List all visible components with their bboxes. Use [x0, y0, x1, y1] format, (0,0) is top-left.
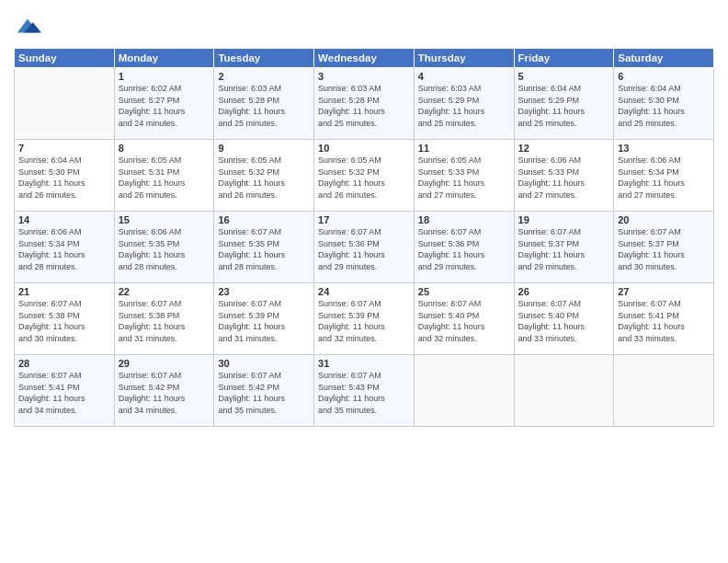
day-number: 18: [418, 214, 510, 225]
day-info: Sunrise: 6:07 AM Sunset: 5:41 PM Dayligh…: [618, 298, 710, 344]
calendar-body: 1Sunrise: 6:02 AM Sunset: 5:27 PM Daylig…: [15, 68, 714, 427]
calendar-cell: 3Sunrise: 6:03 AM Sunset: 5:28 PM Daylig…: [314, 68, 415, 140]
header-day: Saturday: [614, 49, 714, 68]
day-info: Sunrise: 6:04 AM Sunset: 5:29 PM Dayligh…: [518, 83, 610, 129]
day-number: 14: [18, 214, 110, 225]
calendar-cell: 15Sunrise: 6:06 AM Sunset: 5:35 PM Dayli…: [114, 212, 214, 283]
calendar-week: 7Sunrise: 6:04 AM Sunset: 5:30 PM Daylig…: [15, 140, 714, 212]
day-info: Sunrise: 6:07 AM Sunset: 5:41 PM Dayligh…: [18, 370, 110, 416]
calendar-cell: 9Sunrise: 6:05 AM Sunset: 5:32 PM Daylig…: [214, 140, 314, 212]
day-info: Sunrise: 6:07 AM Sunset: 5:37 PM Dayligh…: [618, 226, 710, 272]
calendar-header: SundayMondayTuesdayWednesdayThursdayFrid…: [15, 49, 714, 68]
day-number: 17: [318, 214, 410, 225]
day-info: Sunrise: 6:05 AM Sunset: 5:32 PM Dayligh…: [318, 155, 410, 201]
calendar-cell: 27Sunrise: 6:07 AM Sunset: 5:41 PM Dayli…: [614, 283, 714, 355]
day-number: 6: [618, 71, 710, 82]
calendar-cell: 21Sunrise: 6:07 AM Sunset: 5:38 PM Dayli…: [15, 283, 115, 355]
logo-icon: [16, 13, 41, 39]
header-row: SundayMondayTuesdayWednesdayThursdayFrid…: [15, 49, 714, 68]
day-info: Sunrise: 6:07 AM Sunset: 5:38 PM Dayligh…: [18, 298, 110, 344]
day-info: Sunrise: 6:06 AM Sunset: 5:33 PM Dayligh…: [518, 155, 610, 201]
header-day: Tuesday: [214, 49, 314, 68]
day-number: 28: [18, 358, 110, 369]
day-info: Sunrise: 6:05 AM Sunset: 5:31 PM Dayligh…: [119, 155, 210, 201]
day-number: 25: [418, 286, 510, 297]
day-info: Sunrise: 6:07 AM Sunset: 5:40 PM Dayligh…: [518, 298, 610, 344]
day-number: 31: [318, 358, 410, 369]
day-info: Sunrise: 6:03 AM Sunset: 5:29 PM Dayligh…: [418, 83, 510, 129]
day-info: Sunrise: 6:07 AM Sunset: 5:38 PM Dayligh…: [119, 298, 210, 344]
day-info: Sunrise: 6:07 AM Sunset: 5:42 PM Dayligh…: [119, 370, 210, 416]
calendar-cell: 30Sunrise: 6:07 AM Sunset: 5:42 PM Dayli…: [214, 355, 314, 427]
day-number: 5: [518, 71, 610, 82]
calendar-cell: [514, 355, 614, 427]
page: SundayMondayTuesdayWednesdayThursdayFrid…: [0, 0, 728, 563]
day-info: Sunrise: 6:02 AM Sunset: 5:27 PM Dayligh…: [119, 83, 210, 129]
day-number: 15: [119, 214, 210, 225]
day-number: 11: [418, 143, 510, 154]
calendar-week: 28Sunrise: 6:07 AM Sunset: 5:41 PM Dayli…: [15, 355, 714, 427]
day-number: 12: [518, 143, 610, 154]
day-info: Sunrise: 6:07 AM Sunset: 5:40 PM Dayligh…: [418, 298, 510, 344]
day-info: Sunrise: 6:07 AM Sunset: 5:39 PM Dayligh…: [218, 298, 310, 344]
day-info: Sunrise: 6:06 AM Sunset: 5:35 PM Dayligh…: [119, 226, 210, 272]
calendar-cell: 11Sunrise: 6:05 AM Sunset: 5:33 PM Dayli…: [414, 140, 514, 212]
header-day: Thursday: [414, 49, 514, 68]
calendar-cell: 20Sunrise: 6:07 AM Sunset: 5:37 PM Dayli…: [614, 212, 714, 283]
day-number: 21: [18, 286, 110, 297]
day-number: 4: [418, 71, 510, 82]
calendar-cell: 8Sunrise: 6:05 AM Sunset: 5:31 PM Daylig…: [114, 140, 214, 212]
day-number: 19: [518, 214, 610, 225]
day-number: 8: [119, 143, 210, 154]
calendar-cell: 10Sunrise: 6:05 AM Sunset: 5:32 PM Dayli…: [314, 140, 415, 212]
calendar-cell: 6Sunrise: 6:04 AM Sunset: 5:30 PM Daylig…: [614, 68, 714, 140]
day-number: 1: [119, 71, 210, 82]
day-info: Sunrise: 6:07 AM Sunset: 5:37 PM Dayligh…: [518, 226, 610, 272]
day-number: 2: [218, 71, 310, 82]
calendar-cell: 12Sunrise: 6:06 AM Sunset: 5:33 PM Dayli…: [514, 140, 614, 212]
day-number: 22: [119, 286, 210, 297]
header: [14, 9, 714, 42]
day-number: 13: [618, 143, 710, 154]
calendar-table: SundayMondayTuesdayWednesdayThursdayFrid…: [14, 48, 714, 427]
day-info: Sunrise: 6:07 AM Sunset: 5:43 PM Dayligh…: [318, 370, 410, 416]
calendar-cell: 13Sunrise: 6:06 AM Sunset: 5:34 PM Dayli…: [614, 140, 714, 212]
day-info: Sunrise: 6:03 AM Sunset: 5:28 PM Dayligh…: [318, 83, 410, 129]
day-info: Sunrise: 6:07 AM Sunset: 5:42 PM Dayligh…: [218, 370, 310, 416]
calendar-week: 21Sunrise: 6:07 AM Sunset: 5:38 PM Dayli…: [15, 283, 714, 355]
calendar-cell: 18Sunrise: 6:07 AM Sunset: 5:36 PM Dayli…: [414, 212, 514, 283]
calendar-cell: [15, 68, 115, 140]
day-info: Sunrise: 6:07 AM Sunset: 5:35 PM Dayligh…: [218, 226, 310, 272]
calendar-week: 1Sunrise: 6:02 AM Sunset: 5:27 PM Daylig…: [15, 68, 714, 140]
day-info: Sunrise: 6:05 AM Sunset: 5:32 PM Dayligh…: [218, 155, 310, 201]
calendar-cell: 5Sunrise: 6:04 AM Sunset: 5:29 PM Daylig…: [514, 68, 614, 140]
day-number: 26: [518, 286, 610, 297]
day-info: Sunrise: 6:06 AM Sunset: 5:34 PM Dayligh…: [618, 155, 710, 201]
calendar-cell: 26Sunrise: 6:07 AM Sunset: 5:40 PM Dayli…: [514, 283, 614, 355]
logo: [14, 13, 41, 42]
day-info: Sunrise: 6:04 AM Sunset: 5:30 PM Dayligh…: [18, 155, 110, 201]
header-day: Wednesday: [314, 49, 415, 68]
day-info: Sunrise: 6:04 AM Sunset: 5:30 PM Dayligh…: [618, 83, 710, 129]
day-info: Sunrise: 6:05 AM Sunset: 5:33 PM Dayligh…: [418, 155, 510, 201]
day-info: Sunrise: 6:07 AM Sunset: 5:36 PM Dayligh…: [418, 226, 510, 272]
header-day: Sunday: [15, 49, 115, 68]
calendar-cell: 19Sunrise: 6:07 AM Sunset: 5:37 PM Dayli…: [514, 212, 614, 283]
calendar-week: 14Sunrise: 6:06 AM Sunset: 5:34 PM Dayli…: [15, 212, 714, 283]
calendar-cell: 7Sunrise: 6:04 AM Sunset: 5:30 PM Daylig…: [15, 140, 115, 212]
calendar-cell: 17Sunrise: 6:07 AM Sunset: 5:36 PM Dayli…: [314, 212, 415, 283]
calendar-cell: 14Sunrise: 6:06 AM Sunset: 5:34 PM Dayli…: [15, 212, 115, 283]
calendar-cell: 4Sunrise: 6:03 AM Sunset: 5:29 PM Daylig…: [414, 68, 514, 140]
calendar-cell: 16Sunrise: 6:07 AM Sunset: 5:35 PM Dayli…: [214, 212, 314, 283]
day-number: 24: [318, 286, 410, 297]
calendar-cell: 2Sunrise: 6:03 AM Sunset: 5:28 PM Daylig…: [214, 68, 314, 140]
day-info: Sunrise: 6:07 AM Sunset: 5:36 PM Dayligh…: [318, 226, 410, 272]
day-number: 3: [318, 71, 410, 82]
day-info: Sunrise: 6:06 AM Sunset: 5:34 PM Dayligh…: [18, 226, 110, 272]
calendar-cell: 31Sunrise: 6:07 AM Sunset: 5:43 PM Dayli…: [314, 355, 415, 427]
calendar-cell: 25Sunrise: 6:07 AM Sunset: 5:40 PM Dayli…: [414, 283, 514, 355]
calendar-cell: 1Sunrise: 6:02 AM Sunset: 5:27 PM Daylig…: [114, 68, 214, 140]
day-number: 30: [218, 358, 310, 369]
day-number: 29: [119, 358, 210, 369]
day-number: 7: [18, 143, 110, 154]
